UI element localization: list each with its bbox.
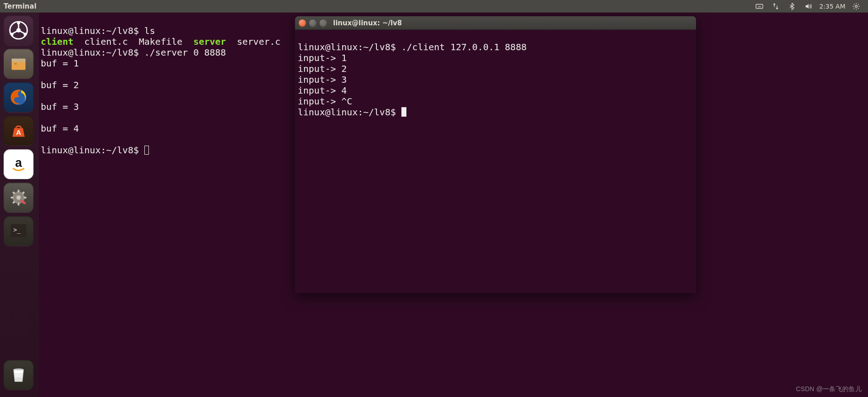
watermark: CSDN @一条飞的鱼儿: [796, 385, 862, 393]
amazon-icon[interactable]: a: [4, 149, 33, 179]
term2-line1: linux@linux:~/lv8$ ./client 127.0.0.1 88…: [298, 42, 527, 52]
svg-text:A: A: [16, 128, 21, 136]
term2-line6: input-> ^C: [298, 96, 352, 107]
term1-prompt-2: linux@linux:~/lv8$: [41, 47, 144, 58]
svg-point-26: [16, 195, 21, 200]
term1-line4: buf = 1: [41, 58, 79, 69]
dash-icon[interactable]: [4, 15, 33, 45]
svg-rect-21: [14, 63, 17, 65]
network-indicator-icon[interactable]: [768, 0, 784, 12]
svg-point-13: [17, 21, 20, 24]
svg-line-31: [13, 192, 15, 194]
ls-client: client: [41, 36, 73, 47]
term2-line3: input-> 2: [298, 63, 347, 74]
term2-cmd-1: ./client 127.0.0.1 8888: [401, 42, 527, 52]
terminal-icon[interactable]: >_: [4, 216, 33, 246]
svg-text:>_: >_: [14, 227, 21, 234]
terminal-2[interactable]: linux@linux:~/lv8$ ./client 127.0.0.1 88…: [295, 30, 696, 293]
term2-line2: input-> 1: [298, 52, 347, 63]
svg-point-10: [855, 5, 858, 7]
files-icon[interactable]: [4, 49, 33, 79]
terminal-1[interactable]: linux@linux:~/lv8$ ls client client.c Ma…: [39, 13, 290, 325]
ls-clientc-makefile: client.c Makefile: [73, 36, 193, 47]
svg-rect-20: [12, 62, 26, 70]
term2-line5: input-> 4: [298, 85, 347, 96]
term2-line7: linux@linux:~/lv8$: [298, 107, 406, 118]
window-close-button[interactable]: [299, 19, 306, 27]
cursor-icon: [144, 146, 149, 155]
firefox-icon[interactable]: [4, 82, 33, 112]
svg-text:a: a: [15, 156, 23, 170]
window-maximize-button[interactable]: [320, 19, 327, 27]
system-cog-icon[interactable]: [848, 0, 864, 12]
ls-server: server: [193, 36, 226, 47]
app-title: Terminal: [4, 2, 37, 10]
menu-bar[interactable]: Terminal 2:35 AM: [0, 0, 868, 13]
svg-rect-0: [756, 4, 763, 8]
term1-line12: linux@linux:~/lv8$: [41, 145, 149, 156]
cursor-icon: [401, 107, 406, 117]
workspace: linux@linux:~/lv8$ ls client client.c Ma…: [39, 13, 868, 397]
svg-line-33: [13, 202, 15, 203]
terminal-2-window[interactable]: linux@linux: ~/lv8 linux@linux:~/lv8$ ./…: [295, 16, 696, 293]
window-minimize-button[interactable]: [309, 19, 316, 27]
bluetooth-indicator-icon[interactable]: [784, 0, 800, 12]
ls-serverc: server.c: [226, 36, 280, 47]
system-settings-icon[interactable]: [4, 183, 33, 213]
term1-cmd-2: ./server 0 8888: [144, 47, 226, 58]
term1-line1: linux@linux:~/lv8$ ls: [41, 25, 155, 36]
unity-launcher: A a >_: [0, 13, 39, 397]
term1-line10: buf = 4: [41, 123, 79, 134]
svg-line-34: [23, 192, 24, 194]
window-buttons: [299, 19, 327, 27]
term2-prompt-1: linux@linux:~/lv8$: [298, 42, 401, 52]
keyboard-indicator-icon[interactable]: [751, 0, 768, 12]
terminal-2-title: linux@linux: ~/lv8: [333, 19, 402, 27]
sound-indicator-icon[interactable]: [800, 0, 816, 12]
term2-prompt-2: linux@linux:~/lv8$: [298, 107, 401, 118]
trash-icon[interactable]: [4, 360, 33, 390]
clock[interactable]: 2:35 AM: [816, 0, 848, 12]
term1-line8: buf = 3: [41, 101, 79, 112]
term2-line4: input-> 3: [298, 74, 347, 85]
terminal-2-titlebar[interactable]: linux@linux: ~/lv8: [295, 16, 696, 30]
term1-line6: buf = 2: [41, 80, 79, 90]
term1-prompt-3: linux@linux:~/lv8$: [41, 145, 144, 156]
term1-line2: client client.c Makefile server server.c: [41, 36, 281, 47]
term1-cmd-1: ls: [144, 25, 155, 36]
term1-prompt-1: linux@linux:~/lv8$: [41, 25, 144, 36]
term1-line3: linux@linux:~/lv8$ ./server 0 8888: [41, 47, 226, 58]
ubuntu-software-icon[interactable]: A: [4, 116, 33, 146]
